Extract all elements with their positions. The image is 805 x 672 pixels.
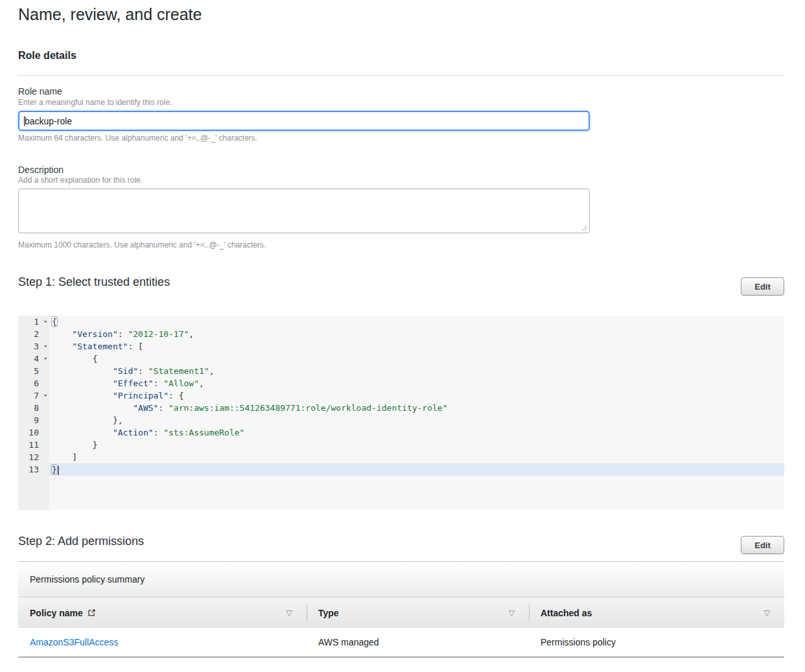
editor-line-number: 4▾ bbox=[18, 353, 49, 365]
role-details-heading: Role details bbox=[18, 50, 76, 62]
code-line: } bbox=[49, 439, 784, 451]
permissions-summary-title: Permissions policy summary bbox=[18, 562, 784, 597]
code-line: "Version": "2012-10-17", bbox=[49, 328, 784, 340]
code-line: "Action": "sts:AssumeRole" bbox=[49, 426, 784, 439]
editor-cursor bbox=[58, 466, 59, 475]
editor-line-number: 1▾ bbox=[18, 316, 49, 328]
trust-policy-json-editor[interactable]: 1▾23▾4▾567▾8910111213 { "Version": "2012… bbox=[18, 316, 784, 510]
description-help: Add a short explanation for this role. bbox=[18, 176, 143, 185]
editor-line-number: 6 bbox=[18, 377, 49, 389]
step2-heading: Step 2: Add permissions bbox=[18, 535, 144, 548]
permissions-summary-panel: Permissions policy summary Policy name ▽… bbox=[18, 561, 784, 658]
fold-toggle-icon[interactable]: ▾ bbox=[44, 353, 47, 365]
code-line: } bbox=[49, 463, 784, 476]
editor-line-number: 9 bbox=[18, 414, 49, 426]
editor-line-number: 11 bbox=[18, 439, 49, 451]
description-constraint: Maximum 1000 characters. Use alphanumeri… bbox=[18, 240, 266, 249]
description-label: Description bbox=[18, 165, 64, 175]
column-header-type: Type ▽ bbox=[307, 597, 529, 628]
fold-toggle-icon[interactable]: ▾ bbox=[44, 340, 47, 353]
column-header-policy-name: Policy name ▽ bbox=[18, 597, 307, 628]
description-textarea[interactable] bbox=[18, 189, 590, 233]
policy-name-header-label: Policy name bbox=[30, 608, 83, 618]
policy-link[interactable]: AmazonS3FullAccess bbox=[30, 637, 118, 647]
editor-code[interactable]: { "Version": "2012-10-17", "Statement": … bbox=[49, 316, 784, 476]
attached-as-header-label: Attached as bbox=[541, 608, 592, 618]
code-line: ] bbox=[49, 451, 784, 463]
role-name-help: Enter a meaningful name to identify this… bbox=[18, 98, 172, 107]
table-row: AmazonS3FullAccess AWS managed Permissio… bbox=[18, 628, 784, 658]
fold-toggle-icon[interactable]: ▾ bbox=[44, 389, 47, 402]
permissions-table-header: Policy name ▽ Type ▽ Attached as ▽ bbox=[18, 597, 784, 628]
editor-line-number: 10 bbox=[18, 426, 49, 439]
attached-as-cell: Permissions policy bbox=[529, 628, 784, 656]
editor-line-number: 5 bbox=[18, 365, 49, 377]
editor-line-number: 2 bbox=[18, 328, 49, 340]
page-title: Name, review, and create bbox=[18, 5, 202, 24]
fold-toggle-icon[interactable]: ▾ bbox=[44, 316, 47, 328]
code-line: "Principal": { bbox=[49, 389, 784, 402]
policy-name-cell: AmazonS3FullAccess bbox=[18, 628, 307, 656]
code-line: "Statement": [ bbox=[49, 340, 784, 353]
external-link-icon bbox=[88, 608, 96, 617]
code-line: { bbox=[49, 316, 784, 328]
role-details-divider bbox=[18, 75, 784, 76]
name-review-create-page: Name, review, and create Role details Ro… bbox=[0, 0, 805, 672]
code-line: { bbox=[49, 353, 784, 365]
editor-line-number: 3▾ bbox=[18, 340, 49, 353]
code-line: "Sid": "Statement1", bbox=[49, 365, 784, 377]
text-cursor bbox=[24, 116, 25, 126]
editor-line-number: 7▾ bbox=[18, 389, 49, 402]
edit-permissions-button[interactable]: Edit bbox=[741, 536, 784, 554]
filter-icon[interactable]: ▽ bbox=[286, 608, 292, 618]
role-name-label: Role name bbox=[18, 86, 62, 97]
step1-heading: Step 1: Select trusted entities bbox=[18, 275, 170, 289]
filter-icon[interactable]: ▽ bbox=[764, 608, 770, 618]
code-line: }, bbox=[49, 414, 784, 426]
type-header-label: Type bbox=[318, 608, 339, 618]
code-line: "AWS": "arn:aws:iam::541263489771:role/w… bbox=[49, 402, 784, 414]
role-name-input[interactable] bbox=[18, 111, 590, 131]
editor-line-number: 8 bbox=[18, 402, 49, 414]
filter-icon[interactable]: ▽ bbox=[509, 608, 515, 618]
editor-line-number: 12 bbox=[18, 451, 49, 463]
editor-gutter: 1▾23▾4▾567▾8910111213 bbox=[18, 316, 49, 510]
edit-trusted-entities-button[interactable]: Edit bbox=[741, 277, 784, 295]
policy-type-cell: AWS managed bbox=[307, 628, 529, 656]
role-name-constraint: Maximum 64 characters. Use alphanumeric … bbox=[18, 133, 257, 143]
column-header-attached-as: Attached as ▽ bbox=[529, 597, 784, 628]
code-line: "Effect": "Allow", bbox=[49, 377, 784, 389]
editor-line-number: 13 bbox=[18, 463, 49, 476]
